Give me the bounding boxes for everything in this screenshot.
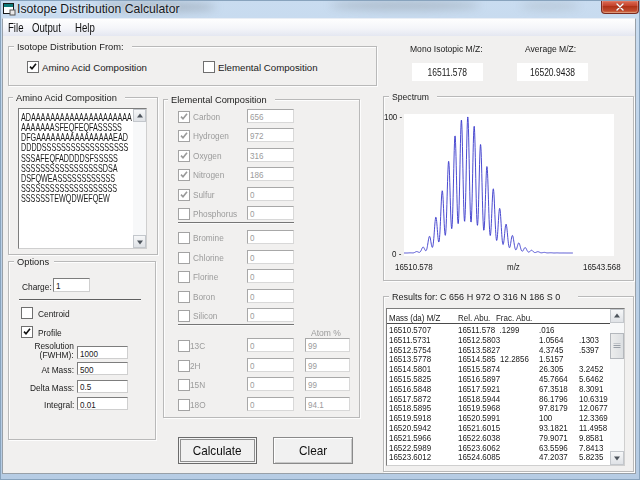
element-carbon-checkbox[interactable] (178, 111, 190, 123)
element-boron-count-field[interactable]: 0 (247, 289, 294, 303)
results-row[interactable]: 16520.594216521.601593.182111.4958 (387, 422, 609, 432)
element-phosphorus-checkbox[interactable] (178, 208, 190, 220)
results-row[interactable]: 16523.601216524.608547.20375.8235 (387, 451, 609, 461)
x-axis-max-label: 16543.568 (583, 261, 627, 272)
close-button[interactable] (601, 0, 639, 14)
element-18o-label: 18O (190, 399, 208, 410)
element-hydrogen-count-field[interactable]: 972 (247, 128, 294, 142)
results-row[interactable]: 16518.589516519.596897.817912.0677 (387, 402, 609, 412)
check-icon (179, 170, 189, 180)
element-13c-checkbox[interactable] (178, 340, 190, 352)
scroll-down-button[interactable] (133, 235, 146, 248)
scroll-down-button[interactable] (610, 451, 624, 465)
isotope-15n-atom-percent-field[interactable]: 99 (305, 377, 350, 391)
element-silicon-label: Silicon (193, 310, 221, 321)
element-carbon-label: Carbon (193, 111, 224, 122)
scroll-up-button[interactable] (610, 309, 624, 323)
element-hydrogen-checkbox[interactable] (178, 130, 190, 142)
results-row[interactable]: 16515.582516516.589745.76645.6462 (387, 373, 609, 383)
source-option-amino-acid-composition-checkbox[interactable] (27, 61, 39, 73)
check-icon (179, 190, 189, 200)
results-row[interactable]: 16519.591816520.599110012.3369 (387, 412, 609, 422)
charge-field[interactable]: 1 (53, 278, 90, 292)
title-bar[interactable]: Isotope Distribution Calculator (0, 0, 640, 18)
clear-button[interactable]: Clear (273, 437, 353, 464)
results-header-cell: Frac. Abu. (496, 312, 539, 323)
results-rows: 16510.570716511.578 .1299.01616511.57311… (387, 324, 609, 465)
centroid-checkbox[interactable] (21, 307, 33, 319)
sequence-scrollbar[interactable] (133, 109, 146, 248)
element-bromine-count-field[interactable]: 0 (247, 230, 294, 244)
element-chlorine-checkbox[interactable] (178, 252, 190, 264)
results-scrollbar[interactable] (610, 309, 624, 465)
results-row[interactable]: 16512.575416513.58274.3745.5397 (387, 344, 609, 354)
isotope-2h-atom-percent-field[interactable]: 99 (305, 358, 350, 372)
average-mz-field[interactable]: 16520.9438 (517, 63, 588, 81)
app-icon (3, 2, 16, 15)
element-15n-count-field[interactable]: 0 (247, 377, 294, 391)
results-row[interactable]: 16517.587216518.594486.179610.6319 (387, 393, 609, 403)
titlebar-glass-smudge (330, 1, 480, 10)
mono-isotopic-mz-field[interactable]: 16511.578 (412, 63, 483, 81)
element-15n-checkbox[interactable] (178, 379, 190, 391)
element-2h-checkbox[interactable] (178, 360, 190, 372)
close-icon (616, 2, 625, 11)
profile-checkbox[interactable] (21, 326, 33, 338)
results-row[interactable]: 16521.596616522.603879.90719.8581 (387, 432, 609, 442)
element-2h-count-field[interactable]: 0 (247, 358, 294, 372)
element-18o-count-field[interactable]: 0 (247, 397, 294, 411)
element-oxygen-label: Oxygen (193, 150, 226, 161)
group-amino-acid-composition-label: Amino Acid Composition (13, 92, 125, 103)
group-elemental-composition-label: Elemental Composition (168, 94, 275, 105)
element-sulfur-count-field[interactable]: 0 (247, 187, 294, 201)
menu-item-file[interactable]: File (8, 21, 27, 35)
isotope-18o-atom-percent-field[interactable]: 94.1 (305, 397, 350, 411)
element-bromine-label: Bromine (193, 232, 228, 243)
results-row[interactable]: 16522.598916523.606263.55967.8413 (387, 442, 609, 452)
charge-label: Charge: (22, 281, 56, 292)
element-bromine-checkbox[interactable] (178, 232, 190, 244)
results-row[interactable]: 16514.580116515.587426.3053.2452 (387, 363, 609, 373)
results-row[interactable]: 16510.570716511.578 .1299.016 (387, 324, 609, 334)
element-sulfur-checkbox[interactable] (178, 189, 190, 201)
results-row[interactable]: 16513.577816514.585 12.28561.5157 (387, 353, 609, 363)
option-delta-mass-field[interactable]: 0.5 (77, 380, 128, 393)
element-silicon-checkbox[interactable] (178, 310, 190, 322)
calculate-button[interactable]: Calculate (178, 437, 257, 464)
group-results-label: Results for: C 656 H 972 O 316 N 186 S 0 (389, 291, 578, 302)
option-at-mass-field[interactable]: 500 (77, 362, 128, 375)
element-13c-count-field[interactable]: 0 (247, 338, 294, 352)
app-window: Isotope Distribution Calculator FileOutp… (0, 0, 640, 480)
element-chlorine-count-field[interactable]: 0 (247, 250, 294, 264)
menu-item-output[interactable]: Output (32, 21, 68, 35)
results-row[interactable]: 16511.573116512.58031.0564.1303 (387, 334, 609, 344)
source-option-amino-acid-composition-label: Amino Acid Composition (42, 62, 147, 73)
scrollbar-thumb[interactable] (610, 333, 624, 359)
average-mz-label: Average M/Z: (525, 43, 582, 54)
scroll-up-button[interactable] (133, 109, 146, 122)
element-nitrogen-count-field[interactable]: 186 (247, 167, 294, 181)
separator (178, 324, 294, 325)
results-row[interactable]: 16516.584816517.592167.35188.3091 (387, 383, 609, 393)
option-resolution-fwhm-field[interactable]: 1000 (77, 346, 128, 359)
element-florine-checkbox[interactable] (178, 271, 190, 283)
element-phosphorus-count-field[interactable]: 0 (247, 206, 294, 220)
menu-item-help[interactable]: Help (75, 21, 100, 35)
option-integral-field[interactable]: 0.01 (77, 397, 128, 410)
element-boron-label: Boron (193, 291, 218, 302)
option-integral-label: Integral: (8, 399, 74, 410)
element-carbon-count-field[interactable]: 656 (247, 109, 294, 123)
source-option-elemental-composition-checkbox[interactable] (203, 61, 215, 73)
element-boron-checkbox[interactable] (178, 291, 190, 303)
element-silicon-count-field[interactable]: 0 (247, 308, 294, 322)
element-nitrogen-checkbox[interactable] (178, 169, 190, 181)
results-listbox[interactable]: Mass (da) M/ZRel. Abu.Frac. Abu. 16510.5… (386, 308, 625, 466)
sequence-text: ADAAAAAAAAAAAAAAAAAAAAAAAAAAAASFEQFEQFAS… (21, 112, 132, 247)
element-oxygen-count-field[interactable]: 316 (247, 148, 294, 162)
element-oxygen-checkbox[interactable] (178, 150, 190, 162)
element-florine-count-field[interactable]: 0 (247, 269, 294, 283)
isotope-13c-atom-percent-field[interactable]: 99 (305, 338, 350, 352)
element-18o-checkbox[interactable] (178, 399, 190, 411)
y-axis-max-label: 100 - (384, 111, 405, 122)
sequence-textarea[interactable]: ADAAAAAAAAAAAAAAAAAAAAAAAAAAAASFEQFEQFAS… (18, 108, 147, 249)
